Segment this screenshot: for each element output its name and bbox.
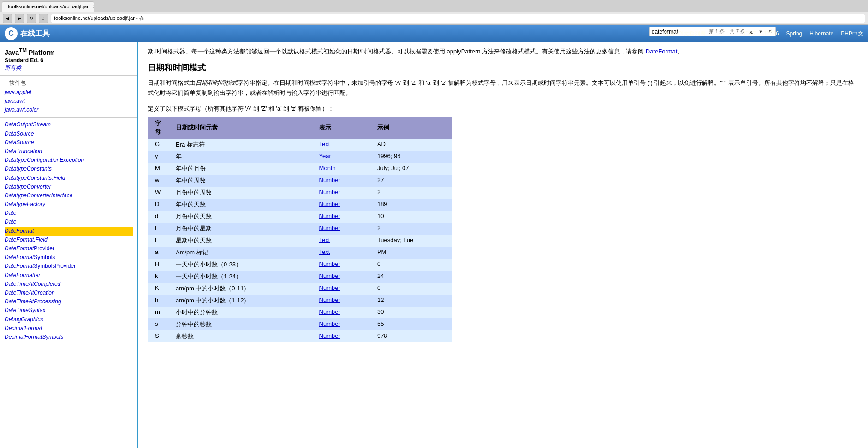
sidebar-link-DateTimeSyntax[interactable]: DateTimeSyntax bbox=[5, 306, 133, 315]
sidebar-link-DateTimeAtCompleted[interactable]: DateTimeAtCompleted bbox=[5, 280, 133, 289]
url-input[interactable]: toolksonline.net/uploads/uploadjf.jar - … bbox=[51, 14, 865, 23]
back-button[interactable]: ◀ bbox=[3, 14, 12, 23]
table-row: m小时中的分钟数Number30 bbox=[148, 307, 452, 318]
sidebar-link-DecimalFormat[interactable]: DecimalFormat bbox=[5, 324, 133, 333]
sidebar-link-DatatypeConfigurationException[interactable]: DatatypeConfigurationException bbox=[5, 156, 133, 165]
table-cell-type[interactable]: Number bbox=[312, 295, 370, 307]
browser-tab[interactable]: toolksonline.net/uploads/uploadjf.jar - … bbox=[2, 1, 94, 12]
type-link[interactable]: Number bbox=[319, 177, 340, 183]
sidebar-link-Date-1[interactable]: Date bbox=[5, 209, 133, 218]
type-link[interactable]: Text bbox=[319, 141, 330, 147]
table-cell-example: 0 bbox=[370, 283, 452, 295]
table-cell-type[interactable]: Month bbox=[312, 163, 370, 175]
table-cell-letter: M bbox=[148, 163, 168, 175]
doc-link-spring[interactable]: Spring bbox=[786, 30, 803, 37]
table-cell-type[interactable]: Number bbox=[312, 283, 370, 295]
sidebar-link-DatatypeConverterInterface[interactable]: DatatypeConverterInterface bbox=[5, 191, 133, 200]
sidebar-link-DatatypeConverter[interactable]: DatatypeConverter bbox=[5, 183, 133, 191]
table-cell-type[interactable]: Text bbox=[312, 247, 370, 259]
sidebar-link-java-awt[interactable]: java.awt bbox=[5, 97, 133, 106]
table-row: ham/pm 中的小时数（1-12）Number12 bbox=[148, 295, 452, 307]
table-cell-example: 978 bbox=[370, 330, 452, 342]
sidebar-link-java-applet[interactable]: java.applet bbox=[5, 88, 133, 97]
table-cell-example: 0 bbox=[370, 259, 452, 271]
type-link[interactable]: Number bbox=[319, 284, 340, 291]
table-cell-type[interactable]: Number bbox=[312, 307, 370, 318]
type-link[interactable]: Number bbox=[319, 224, 340, 231]
back-to-api-link[interactable]: 返回API文档列表 bbox=[664, 30, 706, 38]
sidebar-link-DatatypeFactory[interactable]: DatatypeFactory bbox=[5, 200, 133, 209]
table-cell-type[interactable]: Number bbox=[312, 199, 370, 211]
doc-link-jdk7[interactable]: JDK7 bbox=[743, 30, 756, 37]
sidebar-link-DatatypeConstants-Field[interactable]: DatatypeConstants.Field bbox=[5, 174, 133, 183]
table-row: M年中的月份MonthJuly; Jul; 07 bbox=[148, 163, 452, 175]
sidebar-link-java-awt-color[interactable]: java.awt.color bbox=[5, 106, 133, 114]
forward-button[interactable]: ▶ bbox=[15, 14, 24, 23]
type-link[interactable]: Month bbox=[319, 165, 336, 171]
type-link[interactable]: Number bbox=[319, 296, 340, 303]
type-link[interactable]: Number bbox=[319, 320, 340, 327]
sidebar-link-DataOutputStream[interactable]: DataOutputStream bbox=[5, 120, 133, 129]
dateformat-link[interactable]: DateFormat bbox=[646, 48, 678, 55]
type-link[interactable]: Number bbox=[319, 332, 340, 339]
table-cell-type[interactable]: Year bbox=[312, 151, 370, 163]
type-link[interactable]: Text bbox=[319, 236, 330, 243]
table-cell-letter: d bbox=[148, 211, 168, 223]
table-cell-type[interactable]: Number bbox=[312, 223, 370, 235]
table-cell-type[interactable]: Text bbox=[312, 235, 370, 247]
type-link[interactable]: Number bbox=[319, 260, 340, 267]
table-cell-example: 1996; 96 bbox=[370, 151, 452, 163]
address-bar: ◀ ▶ ↻ ⌂ toolksonline.net/uploads/uploadj… bbox=[0, 12, 868, 25]
hot-docs-label: 热门文档 bbox=[713, 30, 735, 38]
table-cell-type[interactable]: Text bbox=[312, 139, 370, 151]
sidebar-link-Date-2[interactable]: Date bbox=[5, 218, 133, 226]
type-link[interactable]: Year bbox=[319, 153, 331, 159]
table-cell-example: 55 bbox=[370, 318, 452, 330]
table-cell-type[interactable]: Number bbox=[312, 271, 370, 283]
sidebar-link-DebugGraphics[interactable]: DebugGraphics bbox=[5, 315, 133, 324]
logo-text: 在线工具 bbox=[20, 29, 50, 39]
doc-link-hibernate[interactable]: Hibernate bbox=[809, 30, 833, 37]
sidebar-link-DateFormatSymbols[interactable]: DateFormatSymbols bbox=[5, 253, 133, 262]
sidebar-link-DataTruncation[interactable]: DataTruncation bbox=[5, 147, 133, 156]
table-cell-type[interactable]: Number bbox=[312, 330, 370, 342]
logo-char: C bbox=[8, 29, 14, 38]
table-cell-type[interactable]: Number bbox=[312, 259, 370, 271]
sidebar-link-DateTimeAtCreation[interactable]: DateTimeAtCreation bbox=[5, 289, 133, 297]
sidebar-link-DataSource-2[interactable]: DataSource bbox=[5, 138, 133, 147]
reload-button[interactable]: ↻ bbox=[27, 14, 36, 23]
type-link[interactable]: Text bbox=[319, 248, 330, 255]
table-cell-example: 10 bbox=[370, 211, 452, 223]
doc-link-j2z26[interactable]: J2Z26 bbox=[763, 30, 779, 37]
table-row: W月份中的周数Number2 bbox=[148, 187, 452, 199]
home-button[interactable]: ⌂ bbox=[39, 14, 48, 23]
sidebar-link-DecimalFormatSymbols[interactable]: DecimalFormatSymbols bbox=[5, 333, 133, 342]
type-link[interactable]: Number bbox=[319, 189, 340, 195]
table-cell-type[interactable]: Number bbox=[312, 318, 370, 330]
sidebar-link-DataSource-1[interactable]: DataSource bbox=[5, 130, 133, 138]
table-cell-element: 小时中的分钟数 bbox=[168, 307, 312, 318]
table-row: d月份中的天数Number10 bbox=[148, 211, 452, 223]
type-link[interactable]: Number bbox=[319, 272, 340, 279]
sidebar-link-DateFormatSymbolsProvider[interactable]: DateFormatSymbolsProvider bbox=[5, 262, 133, 271]
sidebar-link-DateTimeAtProcessing[interactable]: DateTimeAtProcessing bbox=[5, 297, 133, 306]
browser-chrome: toolksonline.net/uploads/uploadjf.jar - … bbox=[0, 0, 868, 42]
table-cell-type[interactable]: Number bbox=[312, 211, 370, 223]
table-row: E星期中的天数TextTuesday; Tue bbox=[148, 235, 452, 247]
sidebar-link-DateFormat[interactable]: DateFormat bbox=[5, 227, 133, 236]
type-link[interactable]: Number bbox=[319, 200, 340, 207]
table-cell-letter: W bbox=[148, 187, 168, 199]
table-cell-type[interactable]: Number bbox=[312, 175, 370, 187]
table-cell-letter: y bbox=[148, 151, 168, 163]
table-cell-element: Am/pm 标记 bbox=[168, 247, 312, 259]
sidebar-link-DateFormatter[interactable]: DateFormatter bbox=[5, 271, 133, 280]
doc-link-php[interactable]: PHP中文 bbox=[841, 30, 863, 38]
type-link[interactable]: Number bbox=[319, 212, 340, 219]
type-link[interactable]: Number bbox=[319, 308, 340, 315]
table-cell-type[interactable]: Number bbox=[312, 187, 370, 199]
sidebar-link-DateFormatProvider[interactable]: DateFormatProvider bbox=[5, 244, 133, 253]
sidebar-link-DateFormat-Field[interactable]: DateFormat.Field bbox=[5, 236, 133, 244]
sidebar-link-DatatypeConstants[interactable]: DatatypeConstants bbox=[5, 165, 133, 173]
sidebar-all-classes-link[interactable]: 所有类 bbox=[5, 64, 133, 72]
table-header-type: 表示 bbox=[312, 117, 370, 139]
